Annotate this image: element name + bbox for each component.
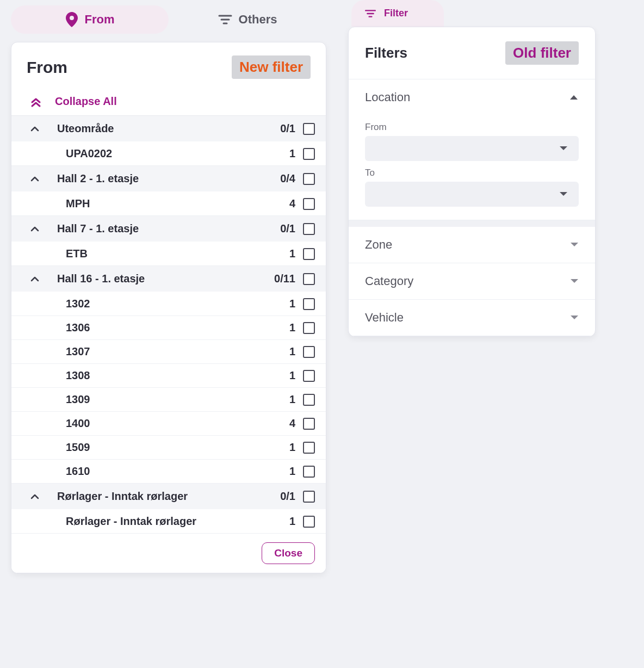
chevron-up-icon	[30, 276, 57, 282]
double-chevron-up-icon	[30, 96, 42, 108]
tree-group-header[interactable]: Hall 2 - 1. etasje0/4	[11, 166, 326, 192]
tree-group-header[interactable]: Uteområde0/1	[11, 116, 326, 142]
chevron-up-icon	[569, 94, 579, 101]
chevron-up-icon	[30, 226, 57, 232]
accordion-category-header[interactable]: Category	[349, 263, 595, 299]
panel-title: From	[27, 58, 67, 77]
tree-group-header[interactable]: Rørlager - Inntak rørlager0/1	[11, 484, 326, 510]
tree-group-count: 0/1	[268, 490, 295, 503]
tree-child-label: 1509	[66, 441, 268, 454]
tree-group-label: Uteområde	[57, 122, 268, 135]
tree-child-label: 1307	[66, 345, 268, 358]
tree-child-row[interactable]: 13021	[11, 292, 326, 316]
tree-group-label: Rørlager - Inntak rørlager	[57, 490, 268, 503]
dropdown-icon	[559, 146, 568, 151]
tree-child-label: UPA0202	[66, 147, 268, 160]
tree-group-checkbox[interactable]	[303, 223, 315, 235]
accordion-location-title: Location	[365, 90, 410, 104]
tree-child-label: 1306	[66, 321, 268, 334]
tree-child-count: 1	[268, 248, 295, 260]
tree-child-count: 1	[268, 393, 295, 406]
tree-child-row[interactable]: 13091	[11, 388, 326, 412]
accordion-zone-title: Zone	[365, 238, 392, 252]
tree-group-count: 0/1	[268, 222, 295, 235]
tree-group-checkbox[interactable]	[303, 491, 315, 503]
collapse-all-button[interactable]: Collapse All	[11, 89, 326, 116]
filter-icon	[218, 14, 232, 25]
from-select[interactable]	[365, 136, 579, 161]
to-field-label: To	[365, 168, 579, 178]
tree-child-row[interactable]: 13071	[11, 340, 326, 364]
tree-child-row[interactable]: ETB1	[11, 242, 326, 266]
tree-child-count: 4	[268, 417, 295, 430]
tree-child-label: 1308	[66, 369, 268, 382]
tree-group-checkbox[interactable]	[303, 123, 315, 135]
tree-child-checkbox[interactable]	[303, 298, 315, 310]
tree-child-checkbox[interactable]	[303, 370, 315, 382]
chevron-down-icon	[570, 242, 579, 248]
collapse-all-label: Collapse All	[55, 95, 117, 108]
tree-child-checkbox[interactable]	[303, 198, 315, 210]
new-filter-badge: New filter	[232, 55, 311, 79]
tree-child-label: 1400	[66, 417, 268, 430]
tab-from[interactable]: From	[11, 5, 169, 34]
tree-child-checkbox[interactable]	[303, 516, 315, 528]
tree-child-count: 1	[268, 369, 295, 382]
accordion-category-title: Category	[365, 274, 413, 288]
accordion-vehicle-header[interactable]: Vehicle	[349, 300, 595, 336]
tree-child-row[interactable]: 15091	[11, 436, 326, 460]
tree-child-checkbox[interactable]	[303, 346, 315, 358]
tree-child-count: 1	[268, 298, 295, 310]
tree-child-count: 1	[268, 147, 295, 160]
tab-others[interactable]: Others	[169, 5, 326, 34]
tree-group-count: 0/1	[268, 122, 295, 135]
tree-child-checkbox[interactable]	[303, 148, 315, 160]
tab-filter[interactable]: Filter	[351, 0, 444, 27]
tree-child-count: 1	[268, 441, 295, 454]
from-field-label: From	[365, 122, 579, 133]
chevron-up-icon	[30, 176, 57, 182]
tree-group-header[interactable]: Hall 16 - 1. etasje0/11	[11, 266, 326, 292]
tree-child-checkbox[interactable]	[303, 442, 315, 454]
tree-child-label: MPH	[66, 197, 268, 210]
accordion-zone-header[interactable]: Zone	[349, 227, 595, 263]
tree-child-row[interactable]: 13061	[11, 316, 326, 340]
tree-child-checkbox[interactable]	[303, 466, 315, 478]
tree-child-row[interactable]: Rørlager - Inntak rørlager1	[11, 510, 326, 534]
tree-child-checkbox[interactable]	[303, 418, 315, 430]
tree-group-header[interactable]: Hall 7 - 1. etasje0/1	[11, 216, 326, 242]
tree-child-row[interactable]: UPA02021	[11, 142, 326, 166]
tree-child-count: 1	[268, 321, 295, 334]
tree-group-label: Hall 7 - 1. etasje	[57, 222, 268, 235]
tree-child-checkbox[interactable]	[303, 322, 315, 334]
tree-child-row[interactable]: 13081	[11, 364, 326, 388]
tree-child-count: 4	[268, 197, 295, 210]
tree-group-count: 0/11	[268, 273, 295, 285]
tab-filter-label: Filter	[384, 8, 408, 19]
tree-child-checkbox[interactable]	[303, 248, 315, 260]
tree-group-checkbox[interactable]	[303, 173, 315, 185]
filter-icon	[364, 9, 376, 18]
old-filter-badge: Old filter	[505, 41, 579, 65]
tree-child-row[interactable]: MPH4	[11, 192, 326, 216]
tree-group-checkbox[interactable]	[303, 273, 315, 285]
tree-group-label: Hall 2 - 1. etasje	[57, 172, 268, 185]
tree-child-row[interactable]: 16101	[11, 460, 326, 484]
from-filter-panel: From New filter Collapse All Uteområde0/…	[11, 42, 326, 573]
tree-group-label: Hall 16 - 1. etasje	[57, 273, 268, 285]
tree-child-label: 1309	[66, 393, 268, 406]
tree-child-label: ETB	[66, 248, 268, 260]
close-button[interactable]: Close	[262, 542, 315, 564]
tree-child-checkbox[interactable]	[303, 394, 315, 406]
to-select[interactable]	[365, 182, 579, 207]
accordion-location-header[interactable]: Location	[349, 79, 595, 115]
tree-child-count: 1	[268, 515, 295, 528]
accordion-vehicle-title: Vehicle	[365, 311, 404, 325]
filters-title: Filters	[365, 45, 407, 61]
chevron-up-icon	[30, 493, 57, 500]
tree-child-row[interactable]: 14004	[11, 412, 326, 436]
tree-child-count: 1	[268, 465, 295, 478]
tree-child-count: 1	[268, 345, 295, 358]
accordion-location: Location From To	[349, 79, 595, 220]
chevron-down-icon	[570, 279, 579, 284]
